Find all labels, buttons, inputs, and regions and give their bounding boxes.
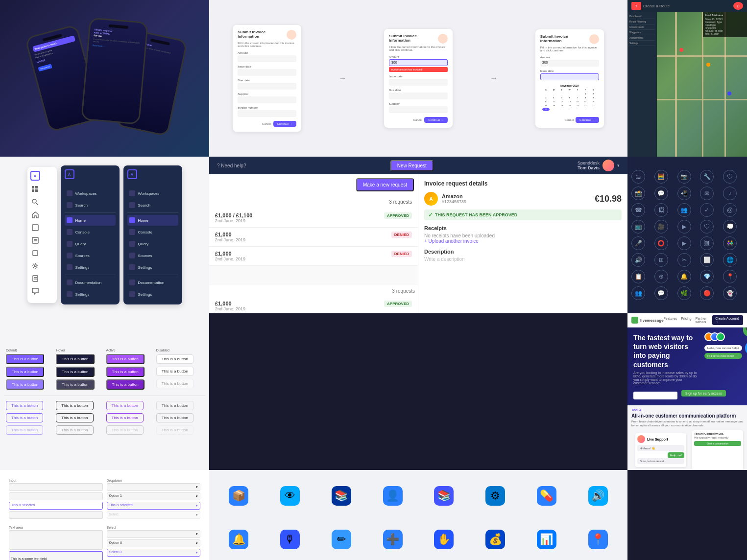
- request-item-1[interactable]: APPROVED £1,000 / £1,100 2nd June, 2019: [209, 209, 418, 228]
- btn-purple-default[interactable]: This is a button: [6, 354, 44, 364]
- email-input[interactable]: [633, 392, 677, 399]
- live-hero-title: The fastest way to turn web visitors int…: [633, 333, 702, 369]
- btn-dark-default[interactable]: This is a button: [56, 354, 94, 364]
- invoice-step1-buttons: Cancel Continue →: [238, 121, 296, 127]
- btn-outline-1[interactable]: This is a button: [6, 401, 43, 410]
- btn-outline-purple-1[interactable]: This is a button: [106, 401, 144, 410]
- nav-documentation-2[interactable]: Documentation: [127, 277, 178, 288]
- user-avatar: [602, 160, 614, 171]
- btn-dark-active[interactable]: This is a button: [56, 379, 94, 390]
- btn-purple-alt-hover[interactable]: This is a button: [106, 367, 145, 377]
- new-request-button[interactable]: New Request: [390, 160, 434, 171]
- nav-home-2[interactable]: Home: [127, 215, 178, 226]
- continue-btn-3[interactable]: Continue →: [576, 117, 599, 123]
- request-date-2: 2nd June, 2019: [215, 237, 412, 242]
- nav-home-active[interactable]: Home: [65, 215, 116, 226]
- nav-sources-2[interactable]: Sources: [127, 250, 178, 261]
- nav-query-2[interactable]: Query: [127, 238, 178, 249]
- live-nav-pricing[interactable]: Pricing: [681, 317, 691, 324]
- sidebar-assignments[interactable]: Assignments: [629, 35, 655, 41]
- form-dropdown-2[interactable]: Option 1 ▾: [107, 492, 201, 500]
- form-input-1[interactable]: [9, 483, 103, 491]
- upload-invoice-link[interactable]: + Upload another invoice: [424, 238, 622, 244]
- app-icon-package: 📦: [229, 486, 248, 506]
- nav-workspaces-2[interactable]: Workspaces: [127, 188, 178, 199]
- form-dropdown-3[interactable]: This is selected ▾: [107, 502, 201, 510]
- icon-reddit: 🔴: [700, 286, 714, 300]
- start-chat-btn[interactable]: Start a conversation: [694, 441, 741, 446]
- app-icon-bell-2: 🔔: [229, 530, 248, 549]
- textarea-2[interactable]: This is a some text field: [9, 551, 103, 560]
- nav-icon-chat[interactable]: [30, 286, 40, 296]
- nav-workspaces[interactable]: Workspaces: [65, 188, 116, 199]
- form-input-3[interactable]: [9, 511, 103, 519]
- sidebar-create-route[interactable]: Create Route: [629, 24, 655, 30]
- select-3[interactable]: Select B ▾: [107, 549, 201, 557]
- select-2[interactable]: Option A ▾: [107, 539, 201, 547]
- form-dropdown-1[interactable]: ▾: [107, 483, 201, 491]
- nav-console[interactable]: Console: [65, 227, 116, 237]
- btn-purple-alt-active[interactable]: This is a button: [106, 379, 145, 390]
- nav-settings-4[interactable]: Settings: [127, 289, 178, 300]
- dropdown-arrow[interactable]: ▾: [617, 163, 620, 168]
- select-1[interactable]: ▾: [107, 530, 201, 538]
- cancel-btn-3[interactable]: Cancel: [564, 118, 574, 121]
- nav-icon-home[interactable]: [30, 210, 40, 220]
- btn-outline-white-2[interactable]: This is a button: [156, 413, 193, 422]
- nav-sources[interactable]: Sources: [65, 250, 116, 261]
- btn-purple-hover[interactable]: This is a button: [6, 367, 44, 377]
- map-area: Road Attributes Street ID: 12345 Documen…: [657, 12, 747, 157]
- nav-settings-3[interactable]: Settings: [127, 262, 178, 273]
- nav-icon-grid[interactable]: [30, 185, 40, 194]
- sidebar-waypoints[interactable]: Waypoints: [629, 30, 655, 35]
- cancel-btn-2[interactable]: Cancel: [413, 118, 423, 121]
- btn-purple-active[interactable]: This is a button: [6, 379, 44, 390]
- nav-icon-console[interactable]: [30, 223, 40, 233]
- textarea-1[interactable]: [9, 530, 103, 550]
- btn-purple-alt-default[interactable]: This is a button: [106, 354, 145, 364]
- nav-icon-sources[interactable]: [30, 248, 40, 258]
- nav-icon-search[interactable]: [30, 197, 40, 207]
- btn-dark-hover[interactable]: This is a button: [56, 367, 94, 377]
- invoice-amount-field-2: Amount 300 Invoice amount has included!: [389, 55, 448, 72]
- invoice-step2-buttons: Cancel Continue →: [389, 117, 448, 123]
- nav-console-2[interactable]: Console: [127, 227, 178, 237]
- btn-outline-2[interactable]: This is a button: [6, 413, 43, 422]
- nav-icon-query[interactable]: [30, 235, 40, 245]
- request-item-2[interactable]: DENIED £1,000 2nd June, 2019: [209, 228, 418, 247]
- request-item-4[interactable]: APPROVED £1,000 2nd June, 2019: [209, 297, 418, 313]
- signup-button[interactable]: Sign up for early access: [681, 390, 726, 397]
- live-nav-features[interactable]: Features: [664, 317, 677, 324]
- continue-btn-2[interactable]: Continue →: [424, 117, 448, 123]
- cancel-btn-1[interactable]: Cancel: [262, 122, 271, 125]
- btn-outline-white-1[interactable]: This is a button: [156, 401, 193, 410]
- btn-white-hover[interactable]: This is a button: [156, 367, 193, 376]
- sidebar-dashboard[interactable]: Dashboard: [629, 14, 655, 19]
- sidebar-route-planning[interactable]: Route Planning: [629, 19, 655, 24]
- approved-banner: ✓ THIS REQUEST HAS BEEN APPROVED: [424, 210, 622, 220]
- btn-outline-dark-1[interactable]: This is a button: [56, 401, 93, 410]
- form-input-2[interactable]: [9, 492, 103, 500]
- nav-search[interactable]: Search: [65, 200, 116, 210]
- btn-outline-dark-2[interactable]: This is a button: [56, 413, 93, 422]
- nav-icon-settings[interactable]: [30, 261, 40, 271]
- request-item-3[interactable]: DENIED £1,000 2nd June, 2019: [209, 247, 418, 266]
- btn-white-default[interactable]: This is a button: [156, 354, 193, 364]
- map-attribute-panel: Road Attributes Street ID: 12345 Documen…: [703, 12, 747, 37]
- nav-settings-2[interactable]: Settings: [65, 289, 116, 300]
- continue-btn-1[interactable]: Continue →: [273, 121, 297, 127]
- invoice-supplier-field: Supplier: [238, 93, 296, 103]
- mobile-mockups-cell: Your guide to Web3 Simple ways to growyo…: [0, 0, 209, 157]
- nav-icon-docs[interactable]: [30, 274, 40, 283]
- form-input-selected[interactable]: This is selected: [9, 502, 103, 510]
- nav-query[interactable]: Query: [65, 238, 116, 249]
- sidebar-settings[interactable]: Settings: [629, 41, 655, 46]
- nav-settings-1[interactable]: Settings: [65, 262, 116, 273]
- create-account-button[interactable]: Create Account →: [712, 315, 743, 325]
- nav-documentation[interactable]: Documentation: [65, 277, 116, 288]
- live-nav-partner[interactable]: Partner with us: [696, 317, 713, 324]
- nav-search-2[interactable]: Search: [127, 200, 178, 210]
- btn-outline-purple-2[interactable]: This is a button: [106, 413, 144, 422]
- make-request-button[interactable]: Make a new request: [356, 178, 414, 191]
- status-badge-1: APPROVED: [384, 212, 412, 219]
